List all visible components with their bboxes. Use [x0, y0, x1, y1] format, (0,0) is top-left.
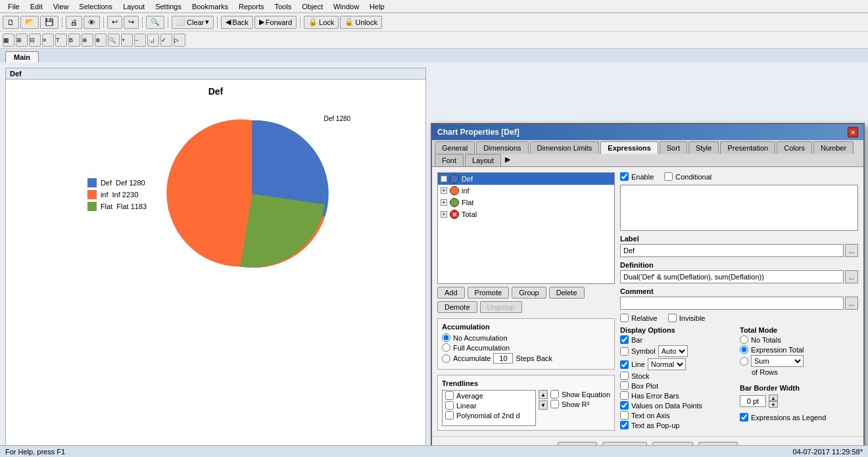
save-button[interactable]: 💾 — [40, 16, 59, 29]
ungroup-button[interactable]: Ungroup — [480, 301, 522, 313]
tb2-btn10[interactable]: + — [121, 34, 133, 47]
expand-flat[interactable]: + — [441, 199, 447, 206]
menu-help[interactable]: Help — [364, 3, 390, 11]
show-equation-check[interactable] — [550, 390, 559, 398]
tb2-btn7[interactable]: ⊕ — [82, 34, 93, 47]
no-totals-radio[interactable] — [740, 335, 748, 344]
conditional-checkbox[interactable] — [664, 172, 673, 181]
unlock-button[interactable]: 🔓 Unlock — [340, 16, 382, 29]
expressions-as-legend-checkbox[interactable] — [740, 413, 748, 421]
redo-button[interactable]: ↪ — [124, 16, 139, 29]
tb2-btn14[interactable]: ▷ — [174, 34, 185, 47]
line-checkbox[interactable] — [620, 360, 629, 369]
label-input[interactable] — [620, 244, 844, 257]
forward-button[interactable]: ▶ Forward — [254, 16, 297, 29]
tab-font[interactable]: Font — [435, 154, 464, 166]
comment-ellipsis-button[interactable]: ... — [845, 297, 858, 310]
group-button[interactable]: Group — [512, 287, 546, 299]
tb2-btn1[interactable]: ▦ — [3, 34, 14, 47]
radio-full-accum-input[interactable] — [442, 343, 450, 352]
tab-main[interactable]: Main — [5, 51, 39, 62]
menu-object[interactable]: Object — [297, 3, 328, 11]
menu-reports[interactable]: Reports — [233, 3, 270, 11]
search-button[interactable]: 🔍 — [146, 16, 164, 29]
expr-item-flat[interactable]: + Flat — [438, 197, 614, 208]
tb2-btn6[interactable]: B — [68, 34, 80, 47]
promote-button[interactable]: Promote — [468, 287, 510, 299]
tb2-btn4[interactable]: ≡ — [42, 34, 54, 47]
scroll-up-button[interactable]: ▲ — [539, 390, 548, 399]
tab-layout[interactable]: Layout — [465, 154, 501, 166]
tb2-btn13[interactable]: ✓ — [160, 34, 172, 47]
tb2-btn11[interactable]: − — [134, 34, 146, 47]
print-button[interactable]: 🖨 — [66, 16, 82, 29]
dialog-close-button[interactable]: ✕ — [848, 127, 858, 137]
steps-input[interactable] — [493, 353, 513, 364]
symbol-select[interactable]: Auto — [658, 345, 688, 357]
radio-accumulate-input[interactable] — [442, 354, 450, 363]
menu-view[interactable]: View — [48, 3, 74, 11]
sum-radio[interactable] — [740, 357, 748, 366]
enable-checkbox[interactable] — [620, 172, 629, 181]
tab-general[interactable]: General — [435, 141, 475, 154]
lock-button[interactable]: 🔒 Lock — [304, 16, 339, 29]
radio-no-accum-input[interactable] — [442, 333, 450, 342]
definition-input[interactable] — [620, 270, 844, 283]
line-select[interactable]: Normal — [648, 358, 686, 370]
expr-item-total[interactable]: + ✕ Total — [438, 208, 614, 220]
add-button[interactable]: Add — [437, 287, 465, 299]
expand-def[interactable]: + — [441, 176, 447, 182]
show-r2-check[interactable] — [550, 400, 559, 408]
open-button[interactable]: 📂 — [20, 16, 39, 29]
undo-button[interactable]: ↩ — [107, 16, 122, 29]
bbw-down-button[interactable]: ▼ — [769, 401, 778, 408]
menu-edit[interactable]: Edit — [25, 3, 48, 11]
menu-bookmarks[interactable]: Bookmarks — [187, 3, 233, 11]
tab-number[interactable]: Number — [813, 141, 854, 154]
tb2-btn8[interactable]: ⊗ — [95, 34, 107, 47]
tb2-btn3[interactable]: ⊟ — [29, 34, 41, 47]
expr-item-def[interactable]: + Def — [438, 173, 614, 185]
bar-checkbox[interactable] — [620, 335, 629, 344]
tab-dimension-limits[interactable]: Dimension Limits — [530, 141, 600, 154]
menu-tools[interactable]: Tools — [269, 3, 297, 11]
relative-checkbox[interactable] — [620, 314, 629, 322]
box-plot-checkbox[interactable] — [620, 381, 629, 390]
stock-checkbox[interactable] — [620, 372, 629, 380]
text-as-popup-checkbox[interactable] — [620, 421, 629, 429]
preview-button[interactable]: 👁 — [84, 16, 100, 29]
menu-window[interactable]: Window — [328, 3, 364, 11]
menu-file[interactable]: File — [3, 3, 25, 11]
demote-button[interactable]: Demote — [437, 301, 477, 313]
symbol-checkbox[interactable] — [620, 347, 629, 356]
tab-dimensions[interactable]: Dimensions — [476, 141, 528, 154]
comment-input[interactable] — [620, 297, 844, 310]
bar-border-width-input[interactable] — [740, 395, 766, 407]
sum-select[interactable]: Sum — [751, 355, 804, 367]
invisible-checkbox[interactable] — [668, 314, 677, 322]
tabs-scroll-right[interactable]: ▶ — [502, 154, 513, 166]
definition-ellipsis-button[interactable]: ... — [845, 270, 858, 283]
has-error-bars-checkbox[interactable] — [620, 391, 629, 400]
conditional-input[interactable] — [620, 185, 858, 231]
menu-settings[interactable]: Settings — [150, 3, 187, 11]
clear-button[interactable]: ⬜ Clear ▾ — [172, 16, 214, 29]
trendline-linear-check[interactable] — [445, 401, 454, 410]
trendline-average-check[interactable] — [445, 391, 454, 400]
values-on-data-points-checkbox[interactable] — [620, 401, 629, 410]
tb2-btn5[interactable]: T — [55, 34, 67, 47]
tb2-btn12[interactable]: 📊 — [147, 34, 159, 47]
scroll-down-button[interactable]: ▼ — [539, 400, 548, 410]
tab-colors[interactable]: Colors — [777, 141, 812, 154]
trendline-polynomial-check[interactable] — [445, 411, 454, 420]
tab-presentation[interactable]: Presentation — [720, 141, 775, 154]
tb2-btn2[interactable]: ⊞ — [16, 34, 28, 47]
expand-total[interactable]: + — [441, 211, 447, 218]
expand-inf[interactable]: + — [441, 187, 447, 194]
tab-expressions[interactable]: Expressions — [600, 141, 658, 154]
delete-button[interactable]: Delete — [549, 287, 585, 299]
text-on-axis-checkbox[interactable] — [620, 411, 629, 420]
new-button[interactable]: 🗋 — [3, 16, 19, 29]
back-button[interactable]: ◀ Back — [221, 16, 253, 29]
menu-selections[interactable]: Selections — [74, 3, 118, 11]
